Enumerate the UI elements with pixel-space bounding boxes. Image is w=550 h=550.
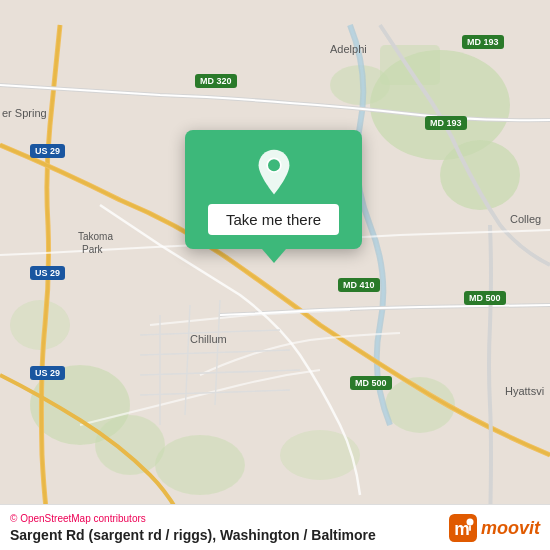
bottom-bar: © OpenStreetMap contributors Sargent Rd … bbox=[0, 504, 550, 550]
svg-point-7 bbox=[10, 300, 70, 350]
svg-point-18 bbox=[267, 158, 281, 172]
shield-us29-1: US 29 bbox=[30, 144, 65, 158]
svg-text:Hyattsvi: Hyattsvi bbox=[505, 385, 544, 397]
map-container: Adelphi er Spring Takoma Park Chillum Co… bbox=[0, 0, 550, 550]
map-svg: Adelphi er Spring Takoma Park Chillum Co… bbox=[0, 0, 550, 550]
shield-md500-2: MD 500 bbox=[350, 376, 392, 390]
svg-text:Adelphi: Adelphi bbox=[330, 43, 367, 55]
moovit-icon: m bbox=[449, 514, 477, 542]
shield-md500-1: MD 500 bbox=[464, 291, 506, 305]
moovit-logo: m moovit bbox=[449, 514, 540, 542]
shield-md320: MD 320 bbox=[195, 74, 237, 88]
svg-rect-4 bbox=[380, 45, 440, 85]
svg-text:Chillum: Chillum bbox=[190, 333, 227, 345]
svg-text:Takoma: Takoma bbox=[78, 231, 113, 242]
shield-us29-2: US 29 bbox=[30, 266, 65, 280]
svg-point-21 bbox=[466, 518, 473, 525]
svg-point-8 bbox=[155, 435, 245, 495]
shield-us29-3: US 29 bbox=[30, 366, 65, 380]
svg-point-9 bbox=[280, 430, 360, 480]
map-background: Adelphi er Spring Takoma Park Chillum Co… bbox=[0, 0, 550, 550]
take-me-there-button[interactable]: Take me there bbox=[208, 204, 339, 235]
svg-text:Park: Park bbox=[82, 244, 104, 255]
svg-text:er Spring: er Spring bbox=[2, 107, 47, 119]
shield-md193-1: MD 193 bbox=[462, 35, 504, 49]
popup-card: Take me there bbox=[185, 130, 362, 249]
moovit-text: moovit bbox=[481, 518, 540, 539]
svg-text:Colleg: Colleg bbox=[510, 213, 541, 225]
shield-md410: MD 410 bbox=[338, 278, 380, 292]
svg-point-6 bbox=[95, 415, 165, 475]
svg-point-2 bbox=[440, 140, 520, 210]
location-pin-icon bbox=[250, 148, 298, 196]
shield-md193-2: MD 193 bbox=[425, 116, 467, 130]
